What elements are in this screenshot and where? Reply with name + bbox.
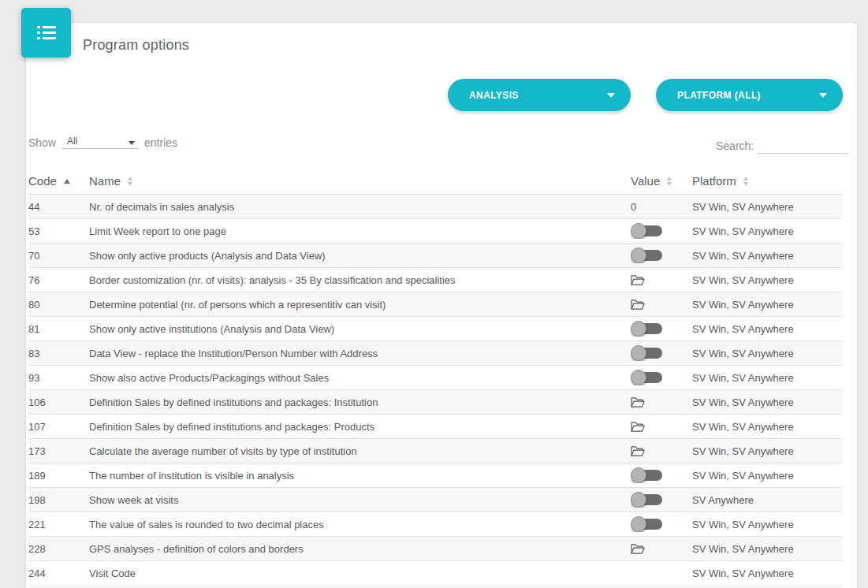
search-control: Search: (716, 136, 848, 154)
table-row[interactable]: 53Limit Week report to one pageSV Win, S… (28, 219, 843, 244)
toggle-switch-off[interactable] (631, 516, 664, 532)
table-row[interactable]: 83Data View - replace the Institution/Pe… (28, 341, 843, 366)
toggle-switch-off[interactable] (631, 321, 664, 337)
cell-name: Show only active institutions (Analysis … (89, 323, 631, 335)
toggle-switch-off[interactable] (631, 247, 664, 263)
table-row[interactable]: 244Visit CodeSV Win, SV Anywhere (28, 561, 843, 586)
cell-value (631, 396, 692, 408)
sort-both-icon (667, 177, 672, 186)
menu-button[interactable] (21, 8, 71, 58)
cell-name: GPS analyses - definition of colors and … (89, 543, 631, 555)
cell-name: Show week at visits (89, 494, 631, 506)
open-folder-icon[interactable] (631, 445, 692, 457)
toggle-switch-off[interactable] (631, 467, 664, 483)
cell-platform: SV Win, SV Anywhere (692, 519, 843, 530)
table-row[interactable]: 70Show only active products (Analysis an… (28, 244, 843, 268)
caret-down-icon (607, 93, 615, 98)
open-folder-icon[interactable] (631, 396, 692, 408)
cell-code: 80 (28, 299, 89, 311)
cell-code: 106 (28, 396, 89, 408)
cell-code: 53 (28, 225, 89, 237)
cell-value (631, 345, 692, 361)
open-folder-icon[interactable] (631, 274, 692, 286)
cell-platform: SV Win, SV Anywhere (692, 470, 843, 482)
options-table: CodeNameValuePlatform 44Nr. of decimals … (28, 168, 843, 586)
cell-name: Limit Week report to one page (89, 225, 631, 237)
table-row[interactable]: 44Nr. of decimals in sales analysis0SV W… (28, 195, 843, 219)
cell-code: 107 (28, 421, 89, 433)
sort-ascending-icon (64, 179, 70, 184)
platform-dropdown-label: PLATFORM (ALL) (677, 90, 761, 101)
table-row[interactable]: 76Border customization (nr. of visits): … (28, 268, 843, 292)
open-folder-icon[interactable] (631, 299, 692, 311)
table-row[interactable]: 221The value of sales is rounded to two … (28, 512, 843, 537)
analysis-dropdown-button[interactable]: ANALYSIS (448, 79, 631, 111)
column-header-name[interactable]: Name (89, 174, 631, 188)
cell-platform: SV Win, SV Anywhere (692, 396, 843, 408)
cell-platform: SV Win, SV Anywhere (692, 299, 843, 311)
cell-code: 189 (28, 470, 89, 482)
toggle-switch-off[interactable] (631, 223, 664, 239)
cell-value (631, 274, 692, 286)
column-header-value[interactable]: Value (631, 174, 692, 188)
cell-name: Determine potential (nr. of persons whic… (89, 299, 631, 311)
cell-platform: SV Win, SV Anywhere (692, 323, 843, 335)
platform-dropdown-button[interactable]: PLATFORM (ALL) (656, 79, 843, 111)
search-input[interactable] (757, 136, 848, 154)
cell-code: 76 (28, 274, 89, 286)
table-row[interactable]: 107Definition Sales by defined instituti… (28, 415, 843, 439)
toggle-knob (631, 247, 646, 263)
column-header-label: Code (28, 174, 57, 188)
table-row[interactable]: 80Determine potential (nr. of persons wh… (28, 292, 843, 317)
cell-name: Definition Sales by defined institutions… (89, 396, 631, 408)
cell-value (631, 247, 692, 263)
open-folder-icon[interactable] (631, 543, 692, 555)
open-folder-icon[interactable] (631, 421, 692, 433)
toggle-knob (631, 345, 646, 361)
cell-name: The number of institution is visible in … (89, 470, 631, 482)
cell-value (631, 421, 692, 433)
toggle-knob (631, 467, 646, 483)
cell-value (631, 467, 692, 483)
toggle-knob (631, 516, 646, 532)
entries-length-control: Show All entries (28, 136, 177, 149)
cell-code: 173 (28, 445, 89, 457)
entries-select[interactable]: All (62, 136, 138, 149)
show-label: Show (28, 136, 56, 149)
table-row[interactable]: 93Show also active Products/Packagings w… (28, 366, 843, 390)
cell-name: Definition Sales by defined institutions… (89, 421, 631, 433)
value-text: 0 (631, 201, 636, 213)
cell-platform: SV Win, SV Anywhere (692, 421, 843, 433)
cell-value: 0 (631, 201, 692, 213)
cell-code: 221 (28, 519, 89, 530)
cell-value (631, 223, 692, 239)
cell-name: Border customization (nr. of visits): an… (89, 274, 631, 286)
toggle-switch-off[interactable] (631, 345, 664, 361)
cell-platform: SV Win, SV Anywhere (692, 445, 843, 457)
program-options-page: Program options ANALYSIS PLATFORM (ALL) … (0, 0, 868, 588)
toggle-switch-off[interactable] (631, 492, 664, 508)
cell-name: Calculate the average number of visits b… (89, 445, 631, 457)
table-row[interactable]: 228GPS analyses - definition of colors a… (28, 537, 843, 561)
cell-platform: SV Anywhere (692, 494, 843, 506)
cell-name: The value of sales is rounded to two dec… (89, 519, 631, 530)
cell-code: 198 (28, 494, 89, 506)
table-body: 44Nr. of decimals in sales analysis0SV W… (28, 195, 843, 586)
column-header-platform[interactable]: Platform (692, 174, 843, 188)
toggle-switch-off[interactable] (631, 370, 664, 385)
table-row[interactable]: 81Show only active institutions (Analysi… (28, 317, 843, 341)
cell-value (631, 516, 692, 532)
cell-name: Visit Code (89, 568, 631, 579)
cell-code: 244 (28, 568, 89, 579)
cell-code: 228 (28, 543, 89, 555)
list-icon (37, 26, 56, 39)
cell-platform: SV Win, SV Anywhere (692, 225, 843, 237)
cell-platform: SV Win, SV Anywhere (692, 274, 843, 286)
table-row[interactable]: 106Definition Sales by defined instituti… (28, 390, 843, 415)
table-row[interactable]: 198Show week at visitsSV Anywhere (28, 488, 843, 512)
cell-value (631, 370, 692, 385)
table-row[interactable]: 173Calculate the average number of visit… (28, 439, 843, 463)
cell-name: Nr. of decimals in sales analysis (89, 201, 631, 213)
table-row[interactable]: 189The number of institution is visible … (28, 463, 843, 488)
column-header-code[interactable]: Code (28, 174, 89, 188)
